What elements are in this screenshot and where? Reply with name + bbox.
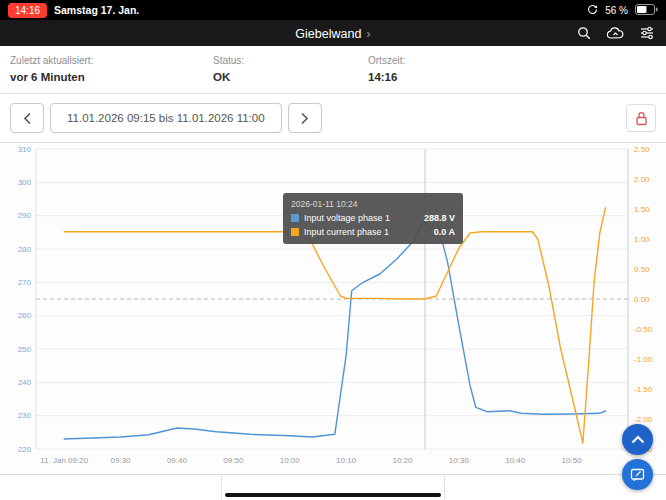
- cloud-sync-icon: [607, 27, 624, 40]
- chevron-up-icon: [631, 435, 645, 444]
- tooltip-row-voltage: Input voltage phase 1 288.8 V: [291, 213, 455, 223]
- svg-text:10:10: 10:10: [336, 456, 357, 465]
- svg-text:11. Jan 09:20: 11. Jan 09:20: [40, 456, 88, 465]
- search-button[interactable]: [577, 26, 591, 40]
- svg-text:10:00: 10:00: [280, 456, 301, 465]
- tooltip-value: 0.0 A: [434, 227, 455, 237]
- info-label: Zuletzt aktualisiert:: [10, 55, 213, 66]
- svg-text:270: 270: [18, 278, 32, 287]
- bottom-table-cell[interactable]: [0, 475, 221, 500]
- recording-time-badge[interactable]: 14:16: [8, 3, 47, 18]
- filter-button[interactable]: [640, 26, 654, 40]
- current-swatch: [291, 228, 299, 236]
- svg-text:1.00: 1.00: [634, 235, 650, 244]
- chevron-right-icon: ›: [366, 26, 370, 41]
- svg-text:10:20: 10:20: [392, 456, 413, 465]
- tooltip-label: Input voltage phase 1: [304, 213, 419, 223]
- scroll-top-fab[interactable]: [622, 424, 653, 455]
- chart-tooltip: 2026-01-11 10:24 Input voltage phase 1 2…: [283, 193, 463, 244]
- info-label: Ortszeit:: [368, 55, 656, 66]
- info-status: Status: OK: [213, 55, 368, 83]
- filter-icon: [640, 26, 654, 40]
- svg-text:230: 230: [18, 411, 32, 420]
- status-badge: OK: [213, 71, 368, 83]
- info-last-updated: Zuletzt aktualisiert: vor 6 Minuten: [10, 55, 213, 83]
- svg-text:220: 220: [18, 445, 32, 454]
- svg-text:09:50: 09:50: [223, 456, 244, 465]
- lock-button[interactable]: [626, 104, 656, 132]
- info-value: 14:16: [368, 71, 656, 83]
- svg-text:260: 260: [18, 311, 32, 320]
- svg-text:09:30: 09:30: [111, 456, 132, 465]
- tooltip-label: Input current phase 1: [304, 227, 429, 237]
- app-bar: Giebelwand›: [0, 20, 666, 46]
- svg-text:10:40: 10:40: [505, 456, 526, 465]
- chevron-left-icon: [23, 112, 32, 125]
- svg-text:10:50: 10:50: [562, 456, 583, 465]
- range-nav-row: 11.01.2026 09:15 bis 11.01.2026 11:00: [0, 94, 666, 143]
- lock-icon: [635, 111, 648, 126]
- svg-text:0.50: 0.50: [634, 265, 650, 274]
- tooltip-row-current: Input current phase 1 0.0 A: [291, 227, 455, 237]
- info-local-time: Ortszeit: 14:16: [368, 55, 656, 83]
- svg-text:-1.00: -1.00: [634, 355, 653, 364]
- svg-text:2.50: 2.50: [634, 145, 650, 154]
- svg-text:-0.50: -0.50: [634, 325, 653, 334]
- svg-text:10:30: 10:30: [449, 456, 470, 465]
- battery-icon: [635, 4, 658, 17]
- voltage-swatch: [291, 214, 299, 222]
- svg-text:280: 280: [18, 245, 32, 254]
- page-title[interactable]: Giebelwand›: [0, 26, 666, 41]
- info-value: vor 6 Minuten: [10, 71, 213, 83]
- svg-text:09:40: 09:40: [167, 456, 188, 465]
- feedback-fab[interactable]: [622, 459, 653, 490]
- search-icon: [577, 26, 591, 40]
- svg-text:240: 240: [18, 378, 32, 387]
- chevron-right-icon: [300, 112, 309, 125]
- sync-icon: [587, 4, 598, 17]
- tooltip-timestamp: 2026-01-11 10:24: [291, 199, 455, 209]
- page-title-text: Giebelwand: [295, 27, 361, 41]
- info-row: Zuletzt aktualisiert: vor 6 Minuten Stat…: [0, 46, 666, 94]
- svg-text:1.50: 1.50: [634, 205, 650, 214]
- svg-text:-2.00: -2.00: [634, 415, 653, 424]
- svg-text:300: 300: [18, 178, 32, 187]
- battery-percent: 56 %: [605, 5, 628, 16]
- svg-text:2.00: 2.00: [634, 175, 650, 184]
- status-date: Samstag 17. Jan.: [54, 4, 139, 16]
- tooltip-value: 288.8 V: [424, 213, 455, 223]
- svg-text:-1.50: -1.50: [634, 385, 653, 394]
- prev-range-button[interactable]: [10, 103, 44, 133]
- svg-text:310: 310: [18, 145, 32, 154]
- date-range-picker[interactable]: 11.01.2026 09:15 bis 11.01.2026 11:00: [50, 103, 282, 133]
- home-indicator[interactable]: [225, 493, 441, 497]
- status-bar: 14:16 Samstag 17. Jan. 56 %: [0, 0, 666, 20]
- screen: 14:16 Samstag 17. Jan. 56 % Giebelwand›: [0, 0, 666, 500]
- svg-text:0.00: 0.00: [634, 295, 650, 304]
- cloud-sync-button[interactable]: [607, 27, 624, 40]
- svg-text:250: 250: [18, 345, 32, 354]
- info-label: Status:: [213, 55, 368, 66]
- chart-area: 3103002902802702602502402302202.502.001.…: [0, 143, 666, 477]
- svg-text:290: 290: [18, 211, 32, 220]
- feedback-icon: [630, 467, 645, 482]
- next-range-button[interactable]: [288, 103, 322, 133]
